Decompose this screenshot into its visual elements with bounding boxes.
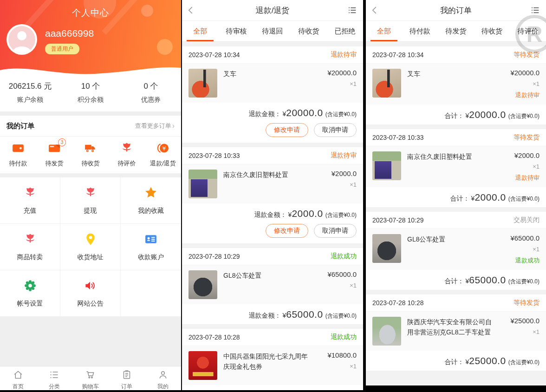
menu-item-address[interactable]: 收货地址 [60, 224, 121, 270]
product-image [188, 351, 217, 380]
cancel-request-button[interactable]: 取消申请 [314, 224, 357, 238]
menu-item-label: 收货地址 [78, 253, 104, 261]
order-date: 2023-07-28 10:29 [188, 253, 240, 260]
product-image [372, 151, 401, 180]
currency-symbol: ¥ [288, 211, 292, 218]
username: aaa666998 [45, 28, 94, 39]
refund-amount-value: 65000.0 [286, 309, 323, 320]
user-icon [157, 374, 169, 382]
order-icon [121, 374, 132, 382]
product-price: ¥65000.0 [502, 234, 540, 242]
tab-pending-review[interactable]: 待评价 [510, 21, 546, 41]
avatar[interactable] [6, 24, 37, 55]
menu-item-label: 商品转卖 [17, 253, 43, 261]
currency-symbol: ¥ [282, 312, 286, 319]
flower-icon [84, 186, 98, 202]
profile-header: 个人中心 aaa666998 普通用户 [0, 0, 181, 75]
order-status-pending-receipt[interactable]: 待收货 [72, 142, 109, 168]
stat-label: 账户余额 [0, 96, 60, 104]
refund-card[interactable]: 2023-07-28 10:28 退款成功 中国兵器集团阳光七采九周年庆现金礼包… [182, 329, 363, 390]
flower-icon [23, 232, 37, 248]
stat-points[interactable]: 10 个 积分余额 [60, 81, 121, 104]
tab-pending-review[interactable]: 待审核 [218, 21, 254, 41]
tab-mine[interactable]: 我的 [145, 366, 181, 390]
total-label: 合计： [450, 195, 470, 203]
order-date: 2023-07-28 10:33 [188, 152, 240, 159]
modify-request-button[interactable]: 修改申请 [266, 123, 308, 137]
refund-list: 2023-07-28 10:34 退款待审 叉车 ¥20000.0 ×1 退款金… [182, 42, 363, 390]
menu-item-announcements[interactable]: 网站公告 [60, 270, 121, 317]
tab-rejected[interactable]: 已拒绝 [327, 21, 363, 41]
menu-list-icon[interactable] [347, 5, 358, 17]
total-value: 65000.0 [469, 274, 506, 286]
modify-request-button[interactable]: 修改申请 [266, 224, 308, 238]
menu-item-label: 收款账户 [138, 253, 164, 261]
order-card[interactable]: 2023-07-28 10:28 等待发货 陕西庆华汽车安全有限公司自用非营运别… [366, 294, 546, 371]
tab-pending-shipment[interactable]: 待发货 [438, 21, 474, 41]
menu-item-favorites[interactable]: 我的收藏 [121, 177, 181, 224]
speaker-icon [84, 279, 98, 294]
order-card[interactable]: 2023-07-28 10:33 等待发货 南京住久废旧塑料处置 ¥2000.0… [366, 129, 546, 207]
total-value: 25000.0 [469, 355, 506, 366]
cancel-request-button[interactable]: 取消申请 [314, 123, 357, 137]
back-button[interactable] [186, 5, 196, 17]
product-image [188, 170, 217, 198]
order-status-refunds[interactable]: ¥ 退款/退货 [145, 142, 181, 168]
order-card[interactable]: 2023-07-28 10:34 等待发货 叉车 ¥20000.0 ×1 退款待… [366, 46, 546, 124]
tab-label: 分类 [36, 383, 72, 390]
tab-pending-payment[interactable]: 待付款 [402, 21, 438, 41]
order-date: 2023-07-28 10:28 [188, 333, 240, 341]
menu-item-payment-account[interactable]: 收款账户 [121, 224, 181, 270]
refund-card[interactable]: 2023-07-28 10:34 退款待审 叉车 ¥20000.0 ×1 退款金… [182, 46, 363, 143]
menu-item-withdraw[interactable]: 提现 [60, 177, 121, 224]
back-button[interactable] [370, 5, 380, 17]
view-more-orders-link[interactable]: 查看更多订单 › [135, 122, 175, 130]
product-qty: ×1 [319, 181, 357, 188]
tab-home[interactable]: 首页 [0, 366, 36, 390]
menu-list-icon[interactable] [530, 5, 540, 17]
tab-pending-receipt[interactable]: 待收货 [474, 21, 510, 41]
total-label: 合计： [444, 358, 464, 366]
section-gap [0, 173, 181, 177]
tab-label: 我的 [145, 383, 181, 390]
order-card[interactable]: 2023-07-28 10:29 交易关闭 GL8公车处置 ¥65000.0 ×… [366, 212, 546, 290]
menu-item-resell[interactable]: 商品转卖 [0, 224, 60, 270]
menu-item-label: 充值 [24, 207, 37, 215]
status-item-label: 待收货 [72, 159, 109, 168]
tab-orders[interactable]: 订单 [109, 366, 145, 390]
order-date: 2023-07-28 10:29 [372, 216, 424, 224]
product-price: ¥65000.0 [319, 270, 357, 278]
tab-pending-receipt[interactable]: 待收货 [291, 21, 327, 41]
product-qty: ×1 [319, 363, 357, 370]
freight-note: (含运费¥0.0) [325, 111, 357, 118]
refund-card[interactable]: 2023-07-28 10:29 退款成功 GL8公车处置 ¥65000.0 ×… [182, 248, 363, 324]
tab-all[interactable]: 全部 [366, 21, 402, 41]
refund-status: 退款待审 [331, 51, 357, 59]
bottom-tab-bar: 首页 分类 购物车 订单 我的 [0, 366, 181, 390]
status-item-label: 退款/退货 [145, 159, 181, 168]
menu-item-label: 网站公告 [78, 300, 104, 308]
tab-cart[interactable]: 购物车 [72, 366, 109, 390]
idcard-icon [144, 232, 158, 248]
truck-icon [84, 141, 98, 157]
stat-coupons[interactable]: 0 个 优惠券 [121, 81, 181, 104]
tab-categories[interactable]: 分类 [36, 366, 72, 390]
order-status-pending-shipment[interactable]: 3 待发货 [36, 142, 72, 168]
tab-pending-return[interactable]: 待退回 [254, 21, 291, 41]
status-item-label: 待评价 [109, 159, 145, 168]
background-filler [0, 317, 181, 366]
refund-sub-status: 退款待审 [502, 174, 540, 182]
product-image [188, 69, 217, 98]
product-name: 南京住久废旧塑料处置 [223, 170, 313, 198]
currency-symbol: ¥ [465, 277, 469, 285]
stat-value: 0 个 [121, 81, 181, 91]
tab-all[interactable]: 全部 [182, 21, 218, 41]
order-status-pending-review[interactable]: 待评价 [109, 142, 145, 168]
order-date: 2023-07-28 10:34 [372, 51, 424, 59]
order-status-pending-payment[interactable]: 待付款 [0, 142, 36, 168]
refund-card[interactable]: 2023-07-28 10:33 退款待审 南京住久废旧塑料处置 ¥2000.0… [182, 147, 363, 243]
stat-balance[interactable]: 206215.6 元 账户余额 [0, 81, 60, 104]
menu-item-account-settings[interactable]: 帐号设置 [0, 270, 60, 317]
product-price: ¥25000.0 [502, 317, 540, 325]
menu-item-recharge[interactable]: 充值 [0, 177, 60, 224]
